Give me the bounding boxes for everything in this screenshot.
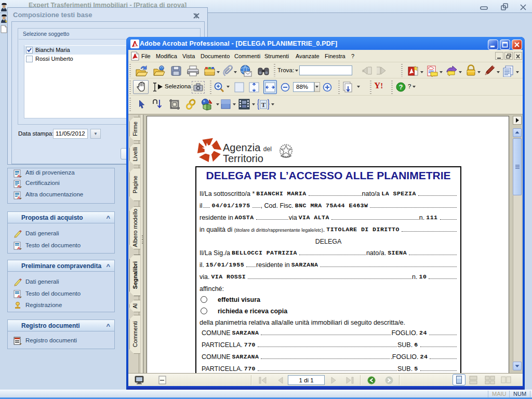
svg-text:A: A [17, 294, 20, 299]
svg-text:T: T [261, 101, 265, 109]
svg-text:A: A [17, 174, 20, 178]
svg-text:A: A [17, 184, 20, 189]
svg-text:A: A [17, 195, 20, 200]
svg-text:A: A [17, 246, 20, 250]
svg-text:?: ? [399, 84, 403, 91]
